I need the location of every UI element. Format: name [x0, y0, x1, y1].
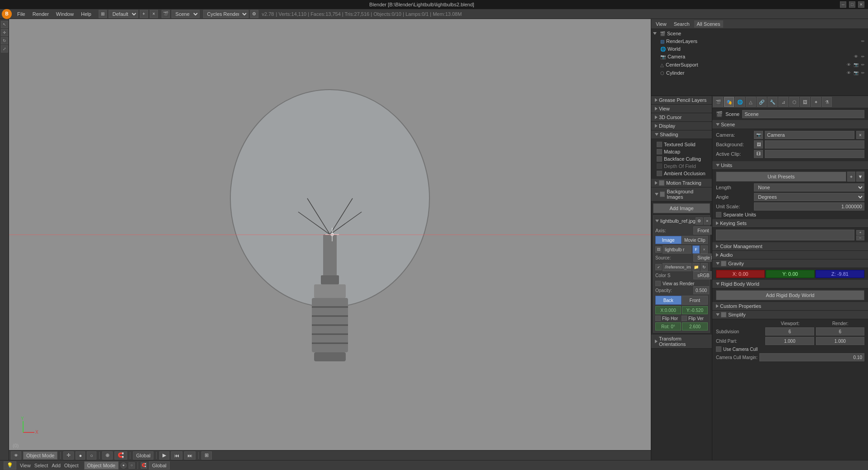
camera-x-btn[interactable]: ×	[856, 131, 864, 139]
add-image-button[interactable]: Add Image	[653, 203, 710, 213]
render-engine-select[interactable]: Cycles Render	[203, 10, 248, 18]
gravity-header[interactable]: Gravity	[712, 259, 868, 268]
menu-file[interactable]: File	[14, 10, 29, 18]
wireframe-btn[interactable]: ○	[87, 451, 96, 460]
flip-hor-checkbox[interactable]	[655, 316, 661, 321]
snap-btn[interactable]: 🧲	[114, 451, 127, 460]
img-settings-btn[interactable]: ⚙	[696, 217, 703, 225]
color-mgmt-header[interactable]: Color Management	[712, 242, 868, 251]
global-btn[interactable]: Global	[149, 461, 170, 470]
close-button[interactable]: ✕	[858, 1, 864, 8]
tab-world[interactable]: 🌐	[735, 97, 745, 107]
n-section-3d-cursor[interactable]: 3D Cursor	[651, 113, 712, 122]
length-select[interactable]: None	[754, 183, 864, 192]
menu-window[interactable]: Window	[52, 10, 77, 18]
mt-checkbox[interactable]	[659, 180, 664, 186]
status-view[interactable]: View	[20, 463, 31, 468]
bg-checkbox[interactable]	[660, 192, 665, 197]
workspace-select[interactable]: Default	[109, 10, 138, 18]
shading-textured-solid[interactable]: Textured Solid	[655, 141, 708, 148]
path-browse-btn[interactable]: 📁	[692, 263, 700, 271]
outliner-item-centersupport[interactable]: △ CenterSupport 👁 📷 ✏	[651, 61, 868, 69]
textured-solid-checkbox[interactable]	[657, 142, 662, 147]
n-section-motion-tracking[interactable]: Motion Tracking	[651, 179, 712, 187]
header-icon-2[interactable]: +	[140, 10, 148, 18]
img-flag-btn[interactable]: F	[692, 245, 700, 254]
anim-end-btn[interactable]: ⏭	[184, 451, 196, 460]
img-expand-icon[interactable]	[655, 220, 659, 222]
scene-select[interactable]: Scene	[172, 10, 200, 18]
tab-material[interactable]: ⬡	[789, 97, 799, 107]
view-mode-icon[interactable]: 👁	[11, 451, 21, 460]
tool-scale[interactable]: ⤢	[1, 45, 8, 53]
ks-remove-btn[interactable]: −	[856, 235, 864, 240]
audio-header[interactable]: Audio	[712, 251, 868, 259]
img-close-btn[interactable]: ×	[704, 217, 711, 225]
img-tab-image[interactable]: Image	[655, 236, 682, 244]
camera-value-field[interactable]: Camera	[765, 131, 854, 139]
ks-add-btn[interactable]: +	[856, 230, 864, 235]
axis-select[interactable]: Front	[693, 226, 712, 235]
tab-particles[interactable]: ✦	[811, 97, 821, 107]
child-part-render[interactable]: 1.000	[816, 337, 864, 345]
header-icon-1[interactable]: ⊞	[99, 10, 107, 18]
use-camera-cull-checkbox[interactable]	[716, 346, 721, 352]
unit-presets-add[interactable]: +	[847, 172, 855, 182]
object-mode-status[interactable]: Object Mode	[84, 461, 119, 470]
simplify-header[interactable]: Simplify	[712, 311, 868, 319]
status-add[interactable]: Add	[52, 463, 61, 468]
opacity-field[interactable]: 0.500	[693, 286, 709, 294]
camera-edit-icon[interactable]: ✏	[860, 53, 866, 60]
gravity-checkbox[interactable]	[721, 261, 726, 266]
shading-backface[interactable]: Backface Culling	[655, 155, 708, 163]
img-name-field[interactable]: lightbulb r	[663, 245, 692, 254]
background-value-field[interactable]	[765, 140, 864, 149]
timeline-btn[interactable]: ▶	[159, 451, 169, 460]
scene-name-field[interactable]: Scene	[742, 110, 864, 118]
maximize-button[interactable]: □	[849, 1, 855, 8]
colorspace-select[interactable]: sRGB	[693, 271, 712, 279]
minimize-button[interactable]: ─	[840, 1, 846, 8]
unit-scale-field[interactable]: 1.000000	[754, 202, 864, 211]
path-checkbox[interactable]: ✓	[655, 264, 662, 270]
rot-field[interactable]: Rot: 0°	[655, 322, 681, 331]
shading-ao[interactable]: Ambient Occlusion	[655, 170, 708, 177]
backface-checkbox[interactable]	[657, 156, 662, 162]
keying-sets-header[interactable]: Keying Sets	[712, 219, 868, 228]
menu-help[interactable]: Help	[77, 10, 95, 18]
magnet-btn[interactable]: 🧲	[141, 462, 147, 469]
outliner-tab-search[interactable]: Search	[671, 20, 692, 28]
outliner-item-cylinder[interactable]: ⬡ Cylinder 👁 📷 ✏	[651, 69, 868, 77]
sphere-btn[interactable]: ●	[120, 462, 127, 469]
cursor-btn[interactable]: ✛	[63, 451, 74, 460]
tab-constraint[interactable]: 🔗	[757, 97, 767, 107]
gravity-x-field[interactable]: X: 0.00	[716, 270, 765, 278]
y-position-field[interactable]: Y:-0.520	[682, 306, 708, 314]
img-tab-movie-clip[interactable]: Movie Clip	[682, 236, 708, 244]
units-section-header[interactable]: Units	[712, 161, 868, 170]
keying-sets-list[interactable]	[716, 230, 854, 240]
wire-btn[interactable]: ○	[129, 462, 135, 469]
scene-section-header[interactable]: Scene	[712, 120, 868, 129]
gravity-y-field[interactable]: Y: 0.00	[766, 270, 815, 278]
subdivision-viewport[interactable]: 6	[765, 327, 814, 336]
outliner-item-renderlayers[interactable]: ▧ RenderLayers ✏	[651, 37, 868, 45]
separate-units-checkbox[interactable]	[716, 212, 721, 217]
img-x-btn[interactable]: ×	[701, 245, 708, 254]
tab-render[interactable]: 🎬	[713, 97, 723, 107]
object-mode-btn[interactable]: Object Mode	[23, 451, 57, 460]
camera-cull-margin-value[interactable]: 0.10	[759, 353, 864, 361]
rot2-field[interactable]: 2.600	[682, 322, 708, 331]
n-section-grease-pencil[interactable]: Grease Pencil Layers	[651, 96, 712, 105]
tab-physics[interactable]: ⚗	[822, 97, 832, 107]
tab-texture[interactable]: 🖼	[800, 97, 810, 107]
tab-scene[interactable]: 🎭	[724, 97, 734, 107]
menu-render[interactable]: Render	[29, 10, 52, 18]
status-select[interactable]: Select	[34, 463, 48, 468]
angle-select[interactable]: Degrees	[754, 193, 864, 201]
tab-modifier[interactable]: 🔧	[768, 97, 777, 107]
cs-eye-icon[interactable]: 👁	[845, 62, 852, 68]
outliner-item-world[interactable]: 🌐 World	[651, 45, 868, 53]
tab-data[interactable]: ⊿	[778, 97, 788, 107]
back-button[interactable]: Back	[655, 296, 682, 305]
